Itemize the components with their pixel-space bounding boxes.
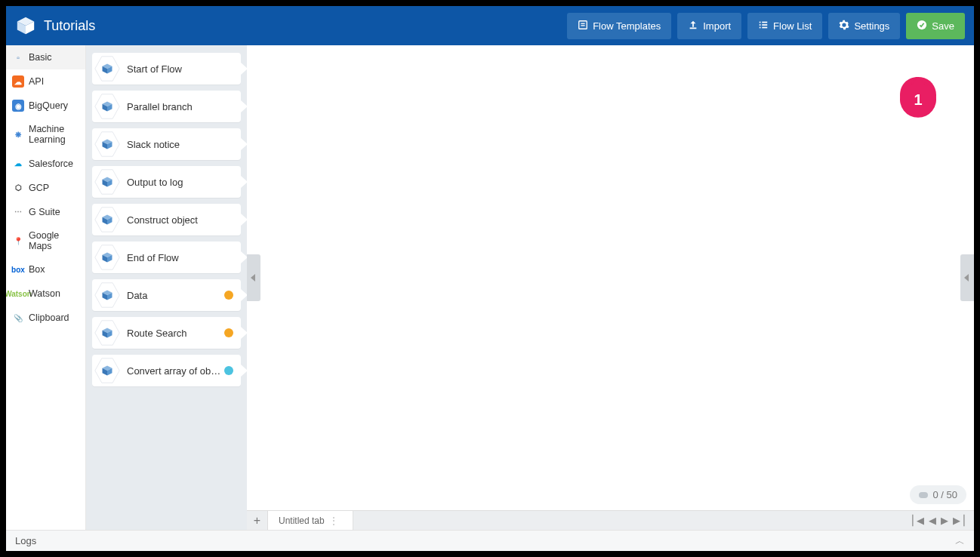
badge-icon bbox=[224, 366, 233, 375]
gsuite-icon: ⋯ bbox=[12, 206, 24, 218]
sidebar-item-label: Box bbox=[29, 264, 45, 275]
salesforce-icon: ☁ bbox=[12, 158, 24, 170]
sidebar-item-label: API bbox=[29, 76, 44, 87]
header-actions: Flow Templates Import Flow List Settings… bbox=[567, 13, 965, 39]
template-icon bbox=[578, 20, 588, 32]
sidebar-item-label: Machine Learning bbox=[29, 124, 79, 146]
sidebar-item-watson[interactable]: WatsonWatson bbox=[6, 282, 85, 306]
app-title: Tutorials bbox=[44, 18, 95, 34]
sidebar-item-machine-learning[interactable]: ❋Machine Learning bbox=[6, 118, 85, 152]
tab-label: Untitled tab bbox=[279, 515, 325, 526]
category-sidebar: ▫Basic ☁API ◉BigQuery ❋Machine Learning … bbox=[6, 45, 86, 530]
tab-bar: + Untitled tab ⋮ ⎪◀ ◀ ▶ ▶⎪ bbox=[247, 510, 974, 530]
node-hex-icon bbox=[94, 55, 121, 82]
svg-rect-8 bbox=[762, 21, 767, 23]
node-label: Route Search bbox=[127, 328, 221, 339]
sidebar-item-salesforce[interactable]: ☁Salesforce bbox=[6, 152, 85, 176]
tab-first-button[interactable]: ⎪◀ bbox=[909, 515, 924, 526]
palette-node-parallel-branch[interactable]: Parallel branch bbox=[92, 91, 241, 122]
logs-label[interactable]: Logs bbox=[15, 535, 36, 546]
palette-node-start-of-flow[interactable]: Start of Flow bbox=[92, 53, 241, 85]
node-label: Output to log bbox=[127, 177, 233, 188]
node-label: Start of Flow bbox=[127, 63, 233, 75]
footer-bar: Logs ︿ bbox=[6, 530, 974, 551]
tab-untitled[interactable]: Untitled tab ⋮ bbox=[268, 511, 353, 530]
sidebar-item-api[interactable]: ☁API bbox=[6, 69, 85, 94]
node-label: End of Flow bbox=[127, 252, 233, 263]
node-hex-icon bbox=[94, 168, 121, 195]
palette-node-route-search[interactable]: Route Search bbox=[92, 317, 241, 349]
gcp-icon: ⬡ bbox=[12, 182, 24, 194]
sidebar-item-clipboard[interactable]: 📎Clipboard bbox=[6, 306, 85, 331]
maps-pin-icon: 📍 bbox=[12, 235, 24, 247]
sidebar-item-box[interactable]: boxBox bbox=[6, 258, 85, 282]
node-hex-icon bbox=[94, 244, 121, 271]
button-label: Save bbox=[932, 20, 954, 32]
save-button[interactable]: Save bbox=[906, 13, 965, 39]
node-label: Parallel branch bbox=[127, 101, 233, 112]
box-logo-icon bbox=[15, 15, 36, 36]
clipboard-icon: 📎 bbox=[12, 312, 24, 325]
sidebar-item-gsuite[interactable]: ⋯G Suite bbox=[6, 200, 85, 224]
bigquery-icon: ◉ bbox=[12, 100, 24, 112]
basic-icon: ▫ bbox=[12, 51, 24, 63]
svg-rect-12 bbox=[762, 26, 767, 28]
collapse-right-button[interactable] bbox=[960, 254, 974, 301]
node-label: Construct object bbox=[127, 214, 233, 226]
button-label: Import bbox=[703, 20, 731, 32]
button-label: Flow List bbox=[773, 20, 812, 32]
flow-canvas[interactable]: 1 0 / 50 bbox=[247, 45, 974, 510]
sidebar-item-label: Google Maps bbox=[29, 230, 79, 252]
counter-icon bbox=[919, 492, 928, 498]
expand-logs-button[interactable]: ︿ bbox=[955, 534, 965, 548]
badge-icon bbox=[224, 328, 233, 337]
svg-rect-9 bbox=[760, 24, 761, 26]
tab-next-button[interactable]: ▶ bbox=[941, 515, 948, 526]
sidebar-item-label: Watson bbox=[29, 288, 60, 299]
import-button[interactable]: Import bbox=[677, 13, 741, 39]
canvas-area: 1 0 / 50 + Untitled tab ⋮ ⎪◀ ◀ ▶ ▶⎪ bbox=[247, 45, 974, 530]
sidebar-item-bigquery[interactable]: ◉BigQuery bbox=[6, 94, 85, 118]
svg-marker-50 bbox=[251, 274, 255, 282]
palette-node-construct-object[interactable]: Construct object bbox=[92, 204, 241, 235]
collapse-left-button[interactable] bbox=[247, 254, 260, 301]
settings-button[interactable]: Settings bbox=[828, 13, 900, 39]
svg-rect-3 bbox=[579, 20, 587, 29]
palette-node-convert-array[interactable]: Convert array of objects bbox=[92, 355, 241, 386]
tab-prev-button[interactable]: ◀ bbox=[929, 515, 936, 526]
sidebar-item-google-maps[interactable]: 📍Google Maps bbox=[6, 224, 85, 258]
annotation-marker: 1 bbox=[900, 77, 936, 122]
tab-menu-icon[interactable]: ⋮ bbox=[329, 515, 337, 526]
ml-icon: ❋ bbox=[12, 128, 24, 140]
node-hex-icon bbox=[94, 93, 121, 120]
sidebar-item-label: Salesforce bbox=[29, 158, 73, 169]
svg-rect-7 bbox=[760, 21, 761, 23]
sidebar-item-label: G Suite bbox=[29, 207, 60, 217]
box-icon: box bbox=[12, 264, 24, 276]
sidebar-item-basic[interactable]: ▫Basic bbox=[6, 45, 85, 69]
tab-last-button[interactable]: ▶⎪ bbox=[953, 515, 968, 526]
flow-list-button[interactable]: Flow List bbox=[747, 13, 822, 39]
node-label: Convert array of objects bbox=[127, 365, 221, 377]
tab-navigation: ⎪◀ ◀ ▶ ▶⎪ bbox=[903, 511, 974, 530]
check-circle-icon bbox=[917, 20, 927, 32]
sidebar-item-label: Basic bbox=[29, 52, 52, 63]
gear-icon bbox=[839, 20, 849, 32]
upload-icon bbox=[688, 20, 698, 32]
palette-node-end-of-flow[interactable]: End of Flow bbox=[92, 242, 241, 273]
watson-icon: Watson bbox=[12, 288, 24, 300]
palette-node-data[interactable]: Data bbox=[92, 279, 241, 311]
annotation-number: 1 bbox=[914, 91, 922, 108]
node-hex-icon bbox=[94, 319, 121, 346]
flow-templates-button[interactable]: Flow Templates bbox=[567, 13, 671, 39]
sidebar-item-label: BigQuery bbox=[29, 100, 68, 111]
svg-rect-6 bbox=[690, 27, 697, 29]
sidebar-item-gcp[interactable]: ⬡GCP bbox=[6, 176, 85, 200]
palette-node-slack-notice[interactable]: Slack notice bbox=[92, 128, 241, 160]
add-tab-button[interactable]: + bbox=[247, 511, 268, 530]
palette-node-output-to-log[interactable]: Output to log bbox=[92, 166, 241, 198]
brand: Tutorials bbox=[15, 15, 95, 36]
svg-marker-51 bbox=[964, 274, 969, 282]
button-label: Flow Templates bbox=[593, 20, 661, 32]
node-hex-icon bbox=[94, 282, 121, 309]
